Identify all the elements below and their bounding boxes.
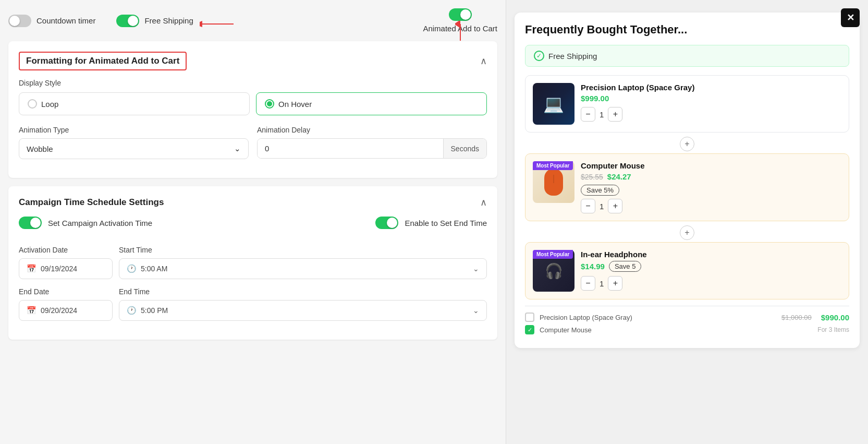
- formatting-chevron-icon[interactable]: ∧: [480, 55, 487, 67]
- activation-date-field: Activation Date 📅 09/19/2024: [19, 246, 113, 279]
- campaign-chevron-icon[interactable]: ∧: [480, 197, 487, 208]
- end-date-field: End Date 📅 09/20/2024: [19, 287, 113, 321]
- mouse-qty-increase[interactable]: +: [608, 199, 622, 213]
- clock-end-icon: 🕐: [127, 306, 137, 315]
- mouse-popular-badge: Most Popular: [533, 161, 573, 170]
- laptop-qty-value: 1: [600, 110, 604, 119]
- footer-mouse-name: Computer Mouse: [540, 326, 812, 334]
- right-panel: ✕ Frequently Bought Together... ✓ Free S…: [506, 0, 868, 444]
- animation-delay-input[interactable]: [258, 139, 443, 158]
- free-shipping-toggle[interactable]: [116, 15, 139, 27]
- loop-option-label: Loop: [41, 100, 58, 109]
- headphone-info: In-ear Headphone $14.99 Save 5 − 1 +: [581, 250, 841, 291]
- plus-icon-2: +: [680, 225, 694, 240]
- laptop-qty-control: − 1 +: [581, 107, 841, 122]
- loop-radio-circle: [28, 99, 37, 109]
- product-card-inner-headphone: Most Popular In-ear Headphone $14.99 Sav…: [533, 250, 841, 292]
- animated-add-to-cart-toggle[interactable]: [449, 8, 472, 21]
- mouse-save-badge: Save 5%: [581, 185, 619, 196]
- animation-type-select[interactable]: Wobble ⌄: [19, 138, 249, 159]
- headphone-qty-decrease[interactable]: −: [581, 276, 595, 291]
- laptop-qty-increase[interactable]: +: [608, 107, 622, 122]
- display-style-options: Loop On Hover: [19, 92, 487, 115]
- free-shipping-check-icon: ✓: [534, 51, 544, 61]
- plus-icon-1: +: [680, 137, 694, 151]
- footer-laptop-checkbox[interactable]: [525, 313, 534, 322]
- clock-icon: 🕐: [127, 264, 137, 273]
- fbt-title: Frequently Bought Together...: [525, 23, 849, 37]
- footer-item-mouse: ✓ Computer Mouse For 3 Items: [525, 325, 849, 334]
- mouse-qty-value: 1: [600, 202, 604, 211]
- headphone-popular-badge: Most Popular: [533, 250, 573, 259]
- campaign-section-title: Campaign Time Schedule Settings: [19, 197, 164, 208]
- headphone-image-wrap: Most Popular: [533, 250, 574, 292]
- end-datetime-row: End Date 📅 09/20/2024 End Time 🕐 5:00 PM…: [19, 287, 487, 321]
- start-time-field: Start Time 🕐 5:00 AM ⌄: [119, 246, 487, 279]
- headphone-save-badge: Save 5: [609, 261, 641, 272]
- animation-delay-suffix: Seconds: [443, 139, 486, 158]
- product-card-mouse: Most Popular Computer Mouse $25.55 $24.2…: [525, 153, 849, 221]
- end-time-chevron-icon: ⌄: [473, 306, 479, 315]
- loop-option[interactable]: Loop: [19, 92, 250, 115]
- start-time-value: 5:00 AM: [141, 265, 469, 273]
- animation-delay-input-wrap: Seconds: [257, 138, 487, 159]
- end-time-field: End Time 🕐 5:00 PM ⌄: [119, 287, 487, 321]
- activation-time-label: Set Campaign Activation Time: [48, 219, 152, 227]
- campaign-section: Campaign Time Schedule Settings ∧ Set Ca…: [8, 186, 497, 340]
- end-time-value: 5:00 PM: [141, 306, 469, 315]
- close-button[interactable]: ✕: [841, 8, 860, 27]
- animation-type-chevron-icon: ⌄: [234, 144, 241, 153]
- activation-time-toggle[interactable]: [19, 217, 42, 229]
- product-card-inner-laptop: Precision Laptop (Space Gray) $999.00 − …: [533, 83, 841, 125]
- free-shipping-label: Free Shipping: [144, 16, 193, 25]
- mouse-shape: [544, 169, 563, 196]
- headphone-qty-value: 1: [600, 279, 604, 288]
- fbt-panel: Frequently Bought Together... ✓ Free Shi…: [515, 13, 860, 348]
- end-time-row: Enable to Set End Time: [375, 217, 487, 229]
- product-card-inner-mouse: Most Popular Computer Mouse $25.55 $24.2…: [533, 161, 841, 213]
- mouse-original-price: $25.55: [581, 173, 603, 181]
- footer-total: $990.00: [821, 313, 849, 322]
- product-card-laptop: Precision Laptop (Space Gray) $999.00 − …: [525, 75, 849, 133]
- mouse-image-wrap: Most Popular: [533, 161, 574, 203]
- end-date-input[interactable]: 📅 09/20/2024: [19, 300, 113, 321]
- mouse-qty-decrease[interactable]: −: [581, 199, 595, 213]
- animation-type-value: Wobble: [27, 145, 53, 153]
- on-hover-option[interactable]: On Hover: [256, 92, 487, 115]
- left-panel: Countdown timer Free Shipping Animated: [0, 0, 506, 444]
- footer-laptop-name: Precision Laptop (Space Gray): [540, 314, 776, 321]
- animation-fields-row: Animation Type Wobble ⌄ Animation Delay …: [19, 126, 487, 159]
- end-time-input[interactable]: 🕐 5:00 PM ⌄: [119, 300, 487, 321]
- end-time-label: End Time: [119, 287, 487, 296]
- activation-date-input[interactable]: 📅 09/19/2024: [19, 258, 113, 279]
- on-hover-option-label: On Hover: [278, 100, 312, 109]
- animated-add-to-cart-group: Animated Add to Cart: [423, 8, 497, 33]
- headphone-qty-increase[interactable]: +: [608, 276, 622, 291]
- activation-time-row: Set Campaign Activation Time: [19, 217, 152, 229]
- laptop-image-wrap: [533, 83, 574, 125]
- laptop-name: Precision Laptop (Space Gray): [581, 83, 841, 92]
- laptop-qty-decrease[interactable]: −: [581, 107, 595, 122]
- laptop-price: $999.00: [581, 94, 609, 103]
- start-time-input[interactable]: 🕐 5:00 AM ⌄: [119, 258, 487, 279]
- mouse-price-row: $25.55 $24.27: [581, 172, 841, 181]
- campaign-toggles-row: Set Campaign Activation Time Enable to S…: [19, 217, 487, 237]
- headphone-name: In-ear Headphone: [581, 250, 841, 259]
- plus-connector-1: +: [525, 137, 849, 151]
- footer-item-laptop: Precision Laptop (Space Gray) $1,000.00 …: [525, 313, 849, 322]
- fbt-footer: Precision Laptop (Space Gray) $1,000.00 …: [525, 306, 849, 334]
- free-shipping-text: Free Shipping: [548, 52, 597, 61]
- headphone-price: $14.99: [581, 262, 605, 271]
- headphone-price-row: $14.99 Save 5: [581, 261, 841, 272]
- free-shipping-group: Free Shipping: [116, 15, 193, 27]
- top-toggles-row: Countdown timer Free Shipping Animated: [8, 8, 497, 33]
- formatting-section-title: Formatting for Animated Add to Cart: [19, 52, 187, 70]
- red-arrow-annotation: [200, 19, 236, 31]
- mouse-save-badge-wrap: Save 5%: [581, 185, 841, 195]
- mouse-info: Computer Mouse $25.55 $24.27 Save 5% − 1…: [581, 161, 841, 213]
- footer-mouse-checkbox[interactable]: ✓: [525, 325, 534, 334]
- countdown-timer-toggle[interactable]: [8, 15, 31, 27]
- end-time-toggle[interactable]: [375, 217, 398, 229]
- campaign-section-header: Campaign Time Schedule Settings ∧: [19, 197, 487, 208]
- animation-delay-col: Animation Delay Seconds: [257, 126, 487, 159]
